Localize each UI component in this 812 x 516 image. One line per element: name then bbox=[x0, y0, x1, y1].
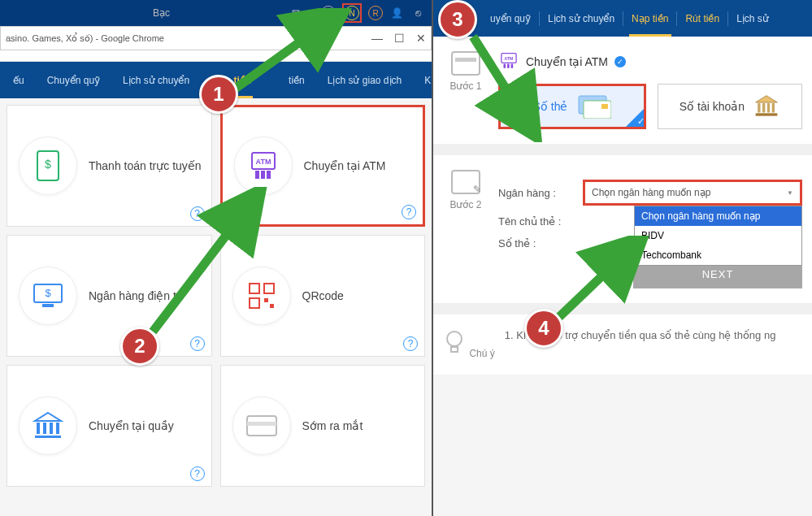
choice-account-label: Số tài khoản bbox=[680, 100, 745, 113]
svg-text:ATM: ATM bbox=[255, 158, 271, 166]
bank-option-bidv[interactable]: BIDV bbox=[635, 226, 801, 245]
c-circle-icon[interactable]: C bbox=[321, 6, 336, 20]
step2-label: Bước 2 bbox=[449, 199, 481, 210]
placeholder-card-icon bbox=[232, 397, 291, 455]
tier-label: Bạc bbox=[153, 7, 170, 19]
method-label: Ngân hàng điện tử bbox=[89, 289, 184, 302]
owner-field-label: Tên chủ thẻ : bbox=[498, 215, 573, 228]
bank-card-icon bbox=[575, 94, 611, 119]
choice-card-label: Số thẻ bbox=[533, 100, 568, 113]
svg-marker-31 bbox=[756, 96, 778, 102]
logout-icon[interactable]: ⎋ bbox=[410, 6, 425, 20]
nav-tab-0[interactable]: ếu bbox=[7, 62, 31, 98]
method-online-payment[interactable]: $ Thanh toán trực tuyến ? bbox=[7, 105, 212, 227]
svg-rect-25 bbox=[504, 64, 506, 68]
bank-select-value: Chọn ngân hàng muốn nạp bbox=[592, 187, 710, 198]
nav-tab-2[interactable]: Lịch sử chuyển bbox=[116, 62, 196, 98]
user-icon[interactable]: 👤 bbox=[389, 6, 404, 20]
bank-select[interactable]: Chọn ngân hàng muốn nạp ▼ bbox=[583, 180, 802, 206]
nav-tab-6[interactable]: Khuyến mã bbox=[418, 62, 433, 98]
svg-rect-20 bbox=[35, 436, 61, 438]
method-ebank[interactable]: $ Ngân hàng điện tử ? bbox=[7, 235, 212, 357]
maximize-button[interactable]: ☐ bbox=[394, 32, 405, 45]
card-step-icon bbox=[451, 51, 480, 76]
svg-rect-29 bbox=[584, 101, 611, 119]
rtab-1[interactable]: Lịch sử chuyển bbox=[540, 0, 623, 37]
online-payment-icon: $ bbox=[19, 137, 77, 195]
rtab-rut-tien[interactable]: Rút tiền bbox=[677, 0, 727, 37]
annotation-badge-1: 1 bbox=[199, 75, 238, 114]
r-circle-icon[interactable]: R bbox=[368, 6, 383, 20]
svg-rect-33 bbox=[762, 103, 765, 113]
rtab-nap-tien[interactable]: Nạp tiền bbox=[623, 0, 676, 37]
n-circle-icon[interactable]: N bbox=[345, 6, 359, 20]
svg-rect-8 bbox=[42, 304, 54, 307]
svg-rect-34 bbox=[767, 103, 770, 113]
counter-icon bbox=[19, 397, 77, 455]
atm-small-icon: ATM bbox=[498, 51, 519, 72]
mail-count: 0 bbox=[310, 8, 315, 18]
svg-text:$: $ bbox=[45, 158, 51, 171]
deposit-method-grid: $ Thanh toán trực tuyến ? ATM Chuyển tại… bbox=[0, 98, 432, 493]
note-section: Chú ý 1. Không hỗ trợ chuyển tiền qua số… bbox=[433, 314, 812, 375]
step1-label: Bước 1 bbox=[449, 80, 481, 92]
rtab-4[interactable]: Lịch sử bbox=[728, 0, 777, 37]
qrcode-icon bbox=[232, 267, 291, 325]
help-icon[interactable]: ? bbox=[190, 336, 205, 351]
svg-text:$: $ bbox=[45, 287, 51, 299]
help-icon[interactable]: ? bbox=[190, 466, 205, 481]
chevron-down-icon: ▼ bbox=[787, 189, 793, 197]
bank-building-icon bbox=[753, 94, 780, 119]
svg-rect-30 bbox=[601, 104, 608, 109]
svg-rect-27 bbox=[511, 64, 514, 68]
svg-rect-17 bbox=[43, 423, 46, 434]
svg-rect-19 bbox=[56, 423, 59, 434]
minimize-button[interactable]: — bbox=[371, 32, 383, 45]
lightbulb-icon bbox=[443, 329, 466, 357]
method-atm[interactable]: ATM Chuyển tại ATM ? bbox=[220, 105, 426, 227]
rtab-0[interactable]: uyển quỹ bbox=[482, 0, 539, 37]
choice-card-number[interactable]: Số thẻ bbox=[498, 84, 646, 129]
bank-select-dropdown[interactable]: Chọn ngân hàng muốn nạp BIDV Techcombank bbox=[634, 206, 802, 266]
n-deposit-shortcut[interactable]: N bbox=[342, 3, 362, 23]
help-icon[interactable]: ? bbox=[190, 206, 205, 221]
bank-option-placeholder[interactable]: Chọn ngân hàng muốn nạp bbox=[635, 206, 801, 226]
method-coming-soon: Sớm ra mắt bbox=[220, 365, 426, 487]
help-icon[interactable]: ? bbox=[402, 205, 416, 219]
account-topbar: Bạc ✉ 0 C N R 👤 ⎋ bbox=[0, 0, 432, 26]
method-label: Chuyển tại quầy bbox=[89, 419, 174, 432]
svg-rect-10 bbox=[250, 284, 259, 293]
svg-rect-13 bbox=[264, 298, 268, 302]
check-badge-icon: ✓ bbox=[614, 56, 626, 67]
annotation-badge-4: 4 bbox=[524, 309, 563, 348]
svg-rect-11 bbox=[264, 284, 274, 293]
close-button[interactable]: ✕ bbox=[416, 32, 426, 45]
svg-rect-18 bbox=[50, 423, 53, 434]
svg-text:ATM: ATM bbox=[505, 56, 514, 61]
step1-title: Chuyển tại ATM bbox=[526, 55, 608, 68]
chrome-title-text: asino. Games, Xổ số) - Google Chrome bbox=[6, 33, 164, 44]
svg-rect-14 bbox=[270, 304, 274, 308]
method-counter[interactable]: Chuyển tại quầy ? bbox=[7, 365, 212, 487]
mail-icon[interactable]: ✉ bbox=[289, 6, 303, 20]
step2-section: ✎ Bước 2 Ngân hàng : Chọn ngân hàng muốn… bbox=[433, 155, 812, 314]
nav-tab-1[interactable]: Chuyển quỹ bbox=[41, 62, 106, 98]
svg-rect-38 bbox=[451, 347, 458, 352]
svg-rect-12 bbox=[250, 298, 259, 308]
choice-account-number[interactable]: Số tài khoản bbox=[658, 84, 802, 129]
nav-tab-5[interactable]: Lịch sử giao dịch bbox=[321, 62, 408, 98]
bank-field-label: Ngân hàng : bbox=[498, 187, 573, 199]
annotation-badge-3: 3 bbox=[438, 0, 477, 39]
svg-rect-6 bbox=[267, 171, 271, 179]
method-qrcode[interactable]: QRcode ? bbox=[220, 235, 426, 357]
method-label: QRcode bbox=[302, 289, 344, 302]
bank-option-techcombank[interactable]: Techcombank bbox=[635, 245, 801, 265]
nav-tab-4[interactable]: tiền bbox=[267, 62, 311, 98]
form-step-icon: ✎ bbox=[451, 170, 480, 194]
step1-section: Bước 1 ATM Chuyển tại ATM ✓ Số thẻ bbox=[433, 37, 812, 155]
help-icon[interactable]: ? bbox=[403, 336, 418, 351]
svg-rect-32 bbox=[758, 103, 760, 113]
method-label: Sớm ra mắt bbox=[302, 419, 363, 432]
svg-rect-22 bbox=[247, 422, 276, 426]
method-label: Thanh toán trực tuyến bbox=[89, 159, 202, 172]
